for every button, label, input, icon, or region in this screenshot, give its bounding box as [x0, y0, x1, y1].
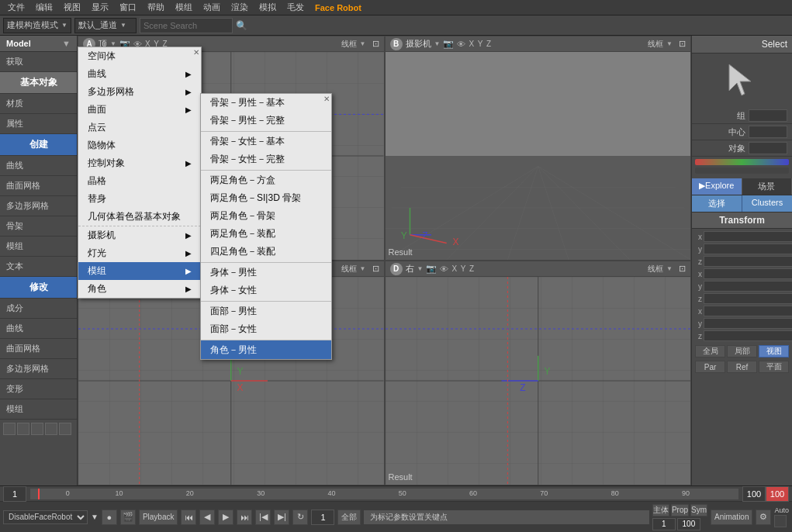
sub-biped-outfit[interactable]: 两足角色－装配	[201, 225, 331, 243]
ctx-hidden[interactable]: 隐物体	[78, 136, 201, 154]
x-input[interactable]	[704, 231, 792, 242]
sub-body-female[interactable]: 身体－女性	[201, 282, 331, 299]
ctx-camera[interactable]: 摄影机▶	[78, 226, 201, 244]
rewind-start-icon[interactable]: ⏮	[181, 510, 196, 525]
local-btn[interactable]: 局部	[727, 345, 757, 358]
global-btn[interactable]: 全局	[695, 345, 725, 358]
menu-view[interactable]: 视图	[59, 0, 85, 15]
ctx-surface[interactable]: 曲面▶	[78, 101, 201, 119]
search-icon[interactable]: 🔍	[236, 20, 247, 31]
view-btn[interactable]: 视图	[759, 345, 789, 358]
menu-face-robot[interactable]: Face Robot	[310, 2, 366, 14]
step-fwd-icon[interactable]: ▶|	[274, 510, 289, 525]
y2-input[interactable]	[704, 281, 792, 292]
auto-indicator[interactable]	[774, 515, 787, 527]
tool-icon-5[interactable]	[59, 423, 71, 435]
sidebar-btn-material[interactable]: 材质	[0, 94, 77, 114]
ctx-geometry-shading[interactable]: 几何体着色器基本对象	[78, 208, 201, 226]
sidebar-btn-polygon-mesh[interactable]: 多边形网格	[0, 196, 77, 216]
z2-input[interactable]	[704, 293, 792, 304]
sidebar-btn-text[interactable]: 文本	[0, 257, 77, 277]
scene-search-input[interactable]	[140, 18, 233, 33]
animation-btn[interactable]: Animation	[711, 510, 752, 525]
settings-icon[interactable]: ⚙	[756, 510, 771, 525]
menu-animation[interactable]: 动画	[199, 0, 225, 15]
sidebar-btn-polygon[interactable]: 多边形网格	[0, 359, 77, 379]
ctx-control-obj[interactable]: 控制对象▶	[78, 154, 201, 172]
sub-face-female[interactable]: 面部－女性	[201, 320, 331, 338]
ctx-substitute[interactable]: 替身	[78, 190, 201, 208]
sub-skeleton-female-basic[interactable]: 骨架－女性－基本	[201, 131, 331, 150]
viewport-b-expand-icon[interactable]: ⊡	[679, 39, 686, 49]
mode-dropdown[interactable]: 建模构造模式 ▼	[3, 18, 71, 33]
menu-simulate[interactable]: 模拟	[254, 0, 281, 15]
sub-role-male[interactable]: 角色－男性	[201, 340, 331, 359]
ctx-curve[interactable]: 曲线▶	[78, 65, 201, 83]
playback-btn[interactable]: Playback	[139, 510, 178, 525]
sidebar-btn-mould[interactable]: 模组	[0, 237, 77, 257]
menu-hair[interactable]: 毛发	[282, 0, 309, 15]
menu-render[interactable]: 渲染	[227, 0, 253, 15]
current-frame-input[interactable]	[311, 510, 334, 525]
tool-icon-1[interactable]	[3, 423, 16, 435]
sidebar-btn-surface[interactable]: 曲面网格	[0, 339, 77, 359]
menu-file[interactable]: 文件	[3, 0, 29, 15]
scene-btn[interactable]: 场景	[742, 178, 793, 195]
menu-help[interactable]: 帮助	[143, 0, 169, 15]
color-slider-1[interactable]	[695, 159, 789, 165]
sidebar-btn-skeleton[interactable]: 骨架	[0, 216, 77, 237]
ctx-role[interactable]: 角色▶	[78, 280, 201, 298]
submenu-close[interactable]: ✕	[323, 95, 330, 103]
menu-display[interactable]: 显示	[87, 0, 113, 15]
sidebar-btn-curve2[interactable]: 曲线	[0, 319, 77, 339]
range-end-input[interactable]	[677, 518, 700, 530]
ref-btn[interactable]: Ref	[727, 361, 757, 373]
sidebar-btn-create[interactable]: 创建	[0, 134, 77, 156]
center-field[interactable]	[749, 126, 787, 138]
step-back-icon[interactable]: |◀	[255, 510, 271, 525]
par-btn[interactable]: Par	[695, 361, 725, 373]
ctx-mould[interactable]: 模组▶	[78, 262, 201, 280]
tool-icon-2[interactable]	[17, 423, 29, 435]
transport-img-icon[interactable]: 🎬	[120, 510, 136, 525]
y-input[interactable]	[704, 244, 792, 254]
sidebar-btn-property[interactable]: 属性	[0, 114, 77, 134]
sidebar-btn-component[interactable]: 成分	[0, 299, 77, 319]
ctx-polygon-mesh[interactable]: 多边形网格▶	[78, 83, 201, 101]
x2-input[interactable]	[704, 268, 792, 279]
all-btn[interactable]: 全部	[337, 510, 361, 525]
play-back-icon[interactable]: ◀	[199, 510, 215, 525]
keyframe-input[interactable]	[766, 486, 789, 502]
prop-btn[interactable]: Prop	[671, 504, 689, 516]
object-field[interactable]	[749, 142, 787, 154]
record-icon[interactable]: ●	[102, 510, 117, 525]
timeline-track[interactable]: 0 10 20 30 40 50 60 70 80 90	[29, 488, 739, 500]
viewport-c-expand-icon[interactable]: ⊡	[372, 264, 379, 274]
sidebar-btn-deform[interactable]: 变形	[0, 379, 77, 399]
sub-quadruped-outfit[interactable]: 四足角色－装配	[201, 243, 331, 261]
sidebar-btn-surface-mesh[interactable]: 曲面网格	[0, 176, 77, 196]
ctx-lattice[interactable]: 晶格	[78, 172, 201, 190]
ctx-point-cloud[interactable]: 点云	[78, 119, 201, 136]
sub-skeleton-male-complete[interactable]: 骨架－男性－完整	[201, 112, 331, 130]
sub-biped-si3d[interactable]: 两足角色－SI|3D 骨架	[201, 189, 331, 207]
clusters-btn[interactable]: Clusters	[742, 195, 792, 212]
frame-end-input[interactable]	[742, 486, 766, 502]
tool-icon-4[interactable]	[45, 423, 57, 435]
select-btn[interactable]: 选择	[692, 195, 742, 212]
z3-input[interactable]	[704, 330, 792, 341]
sidebar-btn-curve[interactable]: 曲线	[0, 156, 77, 176]
master-btn[interactable]: 主体	[652, 504, 669, 516]
sub-body-male[interactable]: 身体－男性	[201, 262, 331, 282]
sub-skeleton-female-complete[interactable]: 骨架－女性－完整	[201, 150, 331, 168]
sub-face-male[interactable]: 面部－男性	[201, 301, 331, 320]
sidebar-btn-acquire[interactable]: 获取	[0, 52, 77, 72]
context-menu-close[interactable]: ✕	[193, 48, 199, 57]
group-field[interactable]	[749, 109, 787, 122]
sub-biped-box[interactable]: 两足角色－方盒	[201, 170, 331, 189]
viewport-d[interactable]: D 右 ▼ 📷 👁 X Y Z 线框 ▼ ⊡	[385, 261, 692, 485]
sub-skeleton-male-basic[interactable]: 骨架－男性－基本	[201, 94, 331, 112]
menu-mould[interactable]: 模组	[171, 0, 197, 15]
z-input[interactable]	[704, 256, 792, 267]
sym-btn[interactable]: Sym	[690, 504, 707, 516]
